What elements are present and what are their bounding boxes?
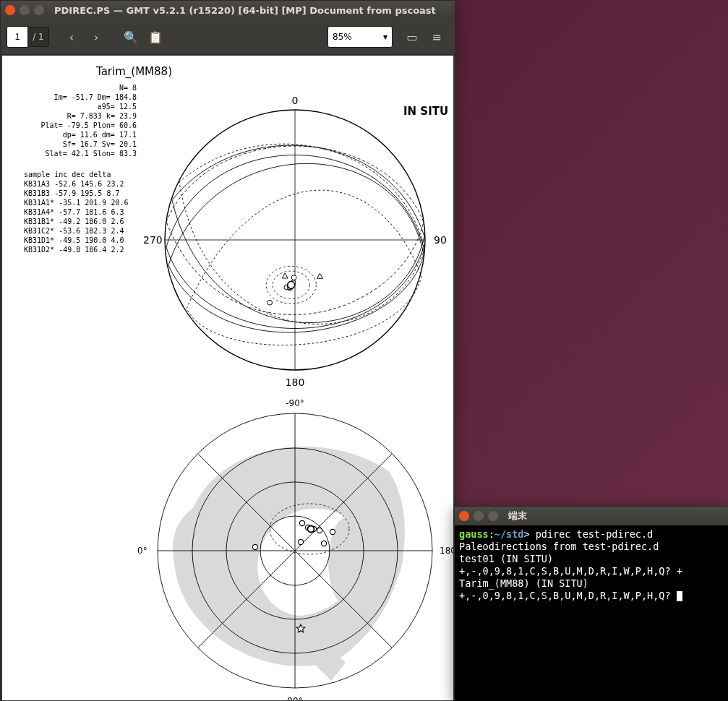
maximize-icon[interactable] <box>34 5 44 15</box>
vgp-point <box>330 529 335 534</box>
desktop: PDIREC.PS — GMT v5.2.1 (r15220) [64-bit]… <box>0 0 728 701</box>
search-icon: 🔍 <box>124 30 138 44</box>
prompt-user: gauss <box>459 528 489 540</box>
page-fit-icon: ▭ <box>406 30 417 44</box>
insitu-label: IN SITU <box>403 105 448 118</box>
chevron-right-icon: › <box>94 30 98 44</box>
close-icon[interactable] <box>459 511 469 521</box>
chevron-left-icon: ‹ <box>69 30 74 44</box>
zoom-select[interactable]: 85% ▾ <box>327 26 393 48</box>
menu-button[interactable]: ≡ <box>426 26 447 48</box>
term-line-2: test01 (IN SITU) <box>459 553 553 564</box>
svg-text:sample   inc   dec  delta: sample inc dec delta <box>24 171 111 179</box>
svg-text:N=   8: N= 8 <box>119 84 137 92</box>
term-line-0: pdirec test-pdirec.d <box>536 528 654 540</box>
page-total-label: / 1 <box>28 27 49 47</box>
svg-text:-90°: -90° <box>286 398 304 408</box>
prev-page-button[interactable]: ‹ <box>61 26 82 48</box>
sample-point <box>282 273 288 278</box>
sample-row: KB31A4* -57.7 181.6 6.3 <box>24 208 124 216</box>
minimize-icon[interactable] <box>20 5 30 15</box>
mean-direction <box>288 281 295 288</box>
maximize-icon[interactable] <box>488 511 498 521</box>
terminal-body[interactable]: gauss:~/std> pdirec test-pdirec.d Paleod… <box>455 525 728 701</box>
vgp-point <box>299 520 304 525</box>
sample-row: KB31A3 -52.6 145.6 23.2 <box>24 180 124 188</box>
sample-row: KB31D2* -49.8 186.4 2.2 <box>24 246 124 254</box>
minimize-icon[interactable] <box>474 511 484 521</box>
svg-text:0°: 0° <box>137 546 147 556</box>
svg-text:Slat=  42.1 Slon=  83.3: Slat= 42.1 Slon= 83.3 <box>46 150 137 158</box>
chart-title: Tarim_(MM88) <box>95 65 172 79</box>
page-number-input[interactable] <box>7 26 28 48</box>
terminal-titlebar[interactable]: 端末 <box>455 507 728 525</box>
svg-text:Plat= -79.5 Plon=  60.6: Plat= -79.5 Plon= 60.6 <box>41 121 137 129</box>
stereonet-plot: 0 90 180 270 <box>143 95 447 388</box>
sample-row: KB31B3 -57.9 195.5 8.7 <box>24 189 119 197</box>
svg-text:Sf=  16.7   Sv=  20.1: Sf= 16.7 Sv= 20.1 <box>63 140 137 148</box>
polar-map-plot: -90° 180° 90° 0° <box>137 398 453 700</box>
viewer-titlebar[interactable]: PDIREC.PS — GMT v5.2.1 (r15220) [64-bit]… <box>1 1 455 20</box>
window-title: PDIREC.PS — GMT v5.2.1 (r15220) [64-bit]… <box>54 5 436 16</box>
terminal-window: 端末 gauss:~/std> pdirec test-pdirec.d Pal… <box>454 506 728 701</box>
terminal-title: 端末 <box>508 509 527 522</box>
sample-row: KB31D1* -49.5 190.0 4.0 <box>24 236 124 244</box>
sample-row: KB31C2* -53.6 182.3 2.4 <box>24 227 124 235</box>
svg-text:a95=  12.5: a95= 12.5 <box>98 103 137 111</box>
term-line-1: Paleodirections from test-pdirec.d <box>459 541 659 552</box>
sample-point <box>291 275 296 280</box>
svg-text:0: 0 <box>292 95 299 106</box>
svg-text:R= 7.833    k=  23.9: R= 7.833 k= 23.9 <box>67 112 137 120</box>
stats-block: N= 8 Im= -51.7 Dm= 184.8 a95= 12.5 R= 7.… <box>41 84 137 158</box>
vgp-point <box>317 528 322 533</box>
sample-row: KB31B1* -49.2 186.0 2.6 <box>24 218 124 225</box>
svg-text:dp=  11.6   dm=  17.1: dp= 11.6 dm= 17.1 <box>63 131 137 139</box>
vgp-point <box>252 544 257 549</box>
search-button[interactable]: 🔍 <box>120 26 142 48</box>
fit-page-button[interactable]: ▭ <box>401 26 423 48</box>
mean-pole <box>308 526 314 533</box>
next-page-button[interactable]: › <box>85 26 107 48</box>
copy-button[interactable]: 📋 <box>145 26 166 48</box>
svg-text:Im= -51.7   Dm= 184.8: Im= -51.7 Dm= 184.8 <box>54 93 137 101</box>
vgp-point <box>321 541 326 546</box>
viewer-toolbar: / 1 ‹ › 🔍 📋 85% ▾ ▭ ≡ <box>1 20 455 55</box>
svg-text:180: 180 <box>286 377 305 388</box>
hamburger-icon: ≡ <box>432 30 441 44</box>
cursor-icon <box>677 591 682 601</box>
svg-text:270: 270 <box>143 234 163 246</box>
svg-text:90°: 90° <box>287 696 302 700</box>
chevron-down-icon: ▾ <box>383 32 387 42</box>
term-line-3: +,-,0,9,8,1,C,S,B,U,M,D,R,I,W,P,H,Q? + <box>459 565 682 577</box>
samples-table: sample inc dec delta KB31A3 -52.6 145.6 … <box>24 171 129 254</box>
term-line-4: Tarim_(MM88) (IN SITU) <box>459 577 588 589</box>
prompt-path: ~/std <box>494 528 524 540</box>
sample-row: KB31A1* -35.1 201.9 20.6 <box>24 199 129 207</box>
zoom-value: 85% <box>333 32 352 42</box>
ps-figure: Tarim_(MM88) N= 8 Im= -51.7 Dm= 184.8 a9… <box>2 56 453 700</box>
document-page[interactable]: Tarim_(MM88) N= 8 Im= -51.7 Dm= 184.8 a9… <box>2 56 453 700</box>
svg-text:180°: 180° <box>440 546 453 556</box>
sample-point <box>317 273 322 278</box>
close-icon[interactable] <box>5 5 15 15</box>
clipboard-icon: 📋 <box>148 30 163 44</box>
document-viewer-window: PDIREC.PS — GMT v5.2.1 (r15220) [64-bit]… <box>0 0 455 701</box>
sample-point <box>267 300 273 305</box>
vgp-point <box>298 539 303 544</box>
svg-text:90: 90 <box>434 234 447 246</box>
term-line-5: +,-,0,9,8,1,C,S,B,U,M,D,R,I,W,P,H,Q? <box>459 590 677 601</box>
